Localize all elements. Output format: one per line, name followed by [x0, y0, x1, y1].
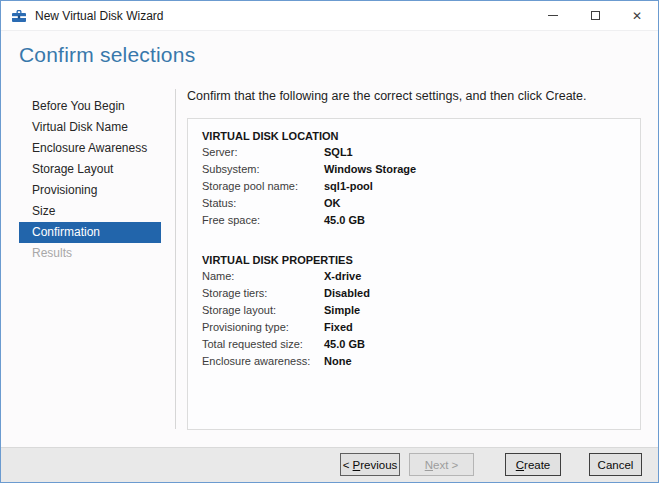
setting-row-free-space: Free space: 45.0 GB: [202, 212, 630, 229]
setting-label: Server:: [202, 144, 324, 161]
setting-label: Free space:: [202, 212, 324, 229]
create-label-accel: C: [516, 459, 524, 471]
page-title: Confirm selections: [19, 43, 195, 67]
setting-label: Storage tiers:: [202, 285, 324, 302]
create-label-rest: reate: [524, 459, 550, 471]
setting-value: 45.0 GB: [324, 212, 365, 229]
setting-row-subsystem: Subsystem: Windows Storage: [202, 161, 630, 178]
setting-row-storage-pool-name: Storage pool name: sql1-pool: [202, 178, 630, 195]
setting-row-enclosure-awareness: Enclosure awareness: None: [202, 353, 630, 370]
cancel-button[interactable]: Cancel: [589, 453, 642, 476]
setting-row-storage-layout: Storage layout: Simple: [202, 302, 630, 319]
footer-button-bar: < Previous Next > Create Cancel: [1, 447, 658, 482]
window-controls: ✕: [532, 1, 658, 31]
maximize-icon: [591, 11, 600, 20]
maximize-button[interactable]: [574, 1, 616, 31]
create-button[interactable]: Create: [505, 453, 561, 476]
close-icon: ✕: [632, 10, 642, 22]
previous-label-prefix: <: [343, 459, 353, 471]
setting-value: Disabled: [324, 285, 370, 302]
setting-row-name: Name: X-drive: [202, 268, 630, 285]
setting-label: Provisioning type:: [202, 319, 324, 336]
section-title-virtual-disk-location: VIRTUAL DISK LOCATION: [202, 128, 630, 144]
section-gap: [202, 229, 630, 251]
setting-row-total-requested-size: Total requested size: 45.0 GB: [202, 336, 630, 353]
wizard-toolbox-icon: [11, 8, 27, 24]
next-label-accel: N: [425, 459, 433, 471]
sidebar-item-size[interactable]: Size: [19, 201, 161, 222]
setting-row-storage-tiers: Storage tiers: Disabled: [202, 285, 630, 302]
sidebar-item-storage-layout[interactable]: Storage Layout: [19, 159, 161, 180]
setting-value: None: [324, 353, 352, 370]
setting-label: Status:: [202, 195, 324, 212]
next-button: Next >: [409, 453, 474, 476]
setting-label: Enclosure awareness:: [202, 353, 324, 370]
sidebar-item-results: Results: [19, 243, 161, 264]
setting-value: Windows Storage: [324, 161, 416, 178]
minimize-icon: [548, 15, 558, 16]
new-virtual-disk-wizard-window: New Virtual Disk Wizard ✕ Confirm select…: [0, 0, 659, 483]
setting-row-server: Server: SQL1: [202, 144, 630, 161]
minimize-button[interactable]: [532, 1, 574, 31]
setting-row-status: Status: OK: [202, 195, 630, 212]
setting-label: Name:: [202, 268, 324, 285]
sidebar-item-virtual-disk-name[interactable]: Virtual Disk Name: [19, 117, 161, 138]
setting-row-provisioning-type: Provisioning type: Fixed: [202, 319, 630, 336]
sidebar-item-enclosure-awareness[interactable]: Enclosure Awareness: [19, 138, 161, 159]
setting-label: Storage pool name:: [202, 178, 324, 195]
setting-value: Fixed: [324, 319, 353, 336]
setting-value: sql1-pool: [324, 178, 373, 195]
setting-label: Total requested size:: [202, 336, 324, 353]
setting-value: OK: [324, 195, 341, 212]
sidebar-item-confirmation[interactable]: Confirmation: [19, 222, 161, 243]
wizard-steps-sidebar: Before You Begin Virtual Disk Name Enclo…: [19, 96, 161, 264]
cancel-label: Cancel: [598, 459, 634, 471]
setting-label: Subsystem:: [202, 161, 324, 178]
window-title: New Virtual Disk Wizard: [35, 9, 163, 23]
settings-summary-panel: VIRTUAL DISK LOCATION Server: SQL1 Subsy…: [187, 118, 641, 430]
setting-value: SQL1: [324, 144, 353, 161]
sidebar-item-provisioning[interactable]: Provisioning: [19, 180, 161, 201]
sidebar-content-divider: [175, 89, 176, 429]
previous-label-rest: revious: [360, 459, 397, 471]
setting-label: Storage layout:: [202, 302, 324, 319]
setting-value: 45.0 GB: [324, 336, 365, 353]
setting-value: X-drive: [324, 268, 361, 285]
previous-button[interactable]: < Previous: [340, 453, 400, 476]
next-label-rest: ext >: [433, 459, 458, 471]
setting-value: Simple: [324, 302, 360, 319]
sidebar-item-before-you-begin[interactable]: Before You Begin: [19, 96, 161, 117]
instruction-text: Confirm that the following are the corre…: [187, 89, 647, 103]
close-button[interactable]: ✕: [616, 1, 658, 31]
section-title-virtual-disk-properties: VIRTUAL DISK PROPERTIES: [202, 252, 630, 268]
titlebar: New Virtual Disk Wizard ✕: [1, 1, 658, 31]
